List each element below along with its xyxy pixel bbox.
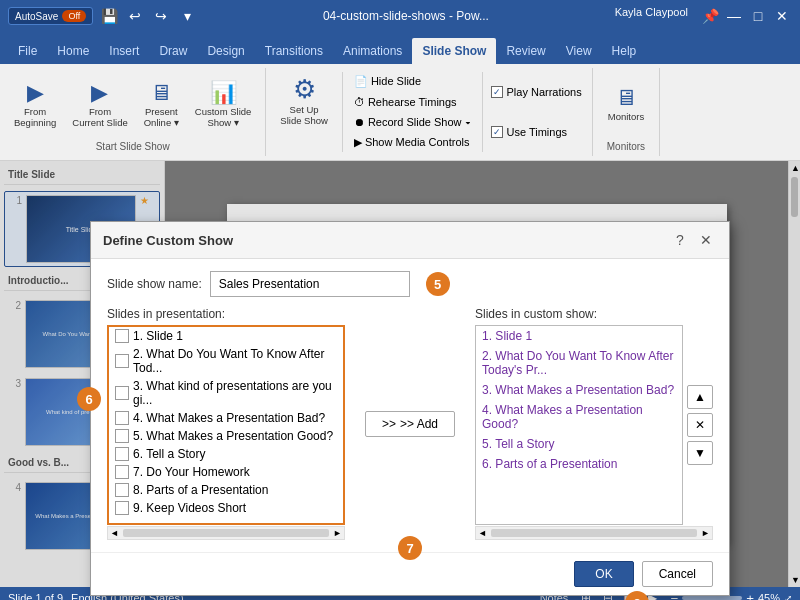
title-bar-user: Kayla Claypool [615, 6, 688, 26]
more-button[interactable]: ▾ [177, 6, 197, 26]
undo-button[interactable]: ↩ [125, 6, 145, 26]
tab-review[interactable]: Review [496, 38, 555, 64]
close-button[interactable]: ✕ [772, 6, 792, 26]
badge-6: 6 [77, 387, 101, 411]
list-text-8: 8. Parts of a Presentation [133, 483, 268, 497]
list-item-8[interactable]: 8. Parts of a Presentation [109, 481, 343, 499]
tab-home[interactable]: Home [47, 38, 99, 64]
custom-item-5[interactable]: 5. Tell a Story [476, 434, 682, 454]
badge-7: 7 [398, 536, 422, 560]
left-scroll-right[interactable]: ► [331, 528, 344, 538]
record-slide-show-button[interactable]: ⏺ Record Slide Show ▾ [349, 113, 476, 131]
list-item-3[interactable]: 3. What kind of presentations are you gi… [109, 377, 343, 409]
list-item-5[interactable]: 5. What Makes a Presentation Good? [109, 427, 343, 445]
custom-item-3[interactable]: 3. What Makes a Presentation Bad? [476, 380, 682, 400]
redo-button[interactable]: ↪ [151, 6, 171, 26]
badge-5: 5 [426, 272, 450, 296]
list-check-9[interactable] [115, 501, 129, 515]
ribbon-display-button[interactable]: 📌 [700, 6, 720, 26]
list-check-1[interactable] [115, 329, 129, 343]
list-check-5[interactable] [115, 429, 129, 443]
tab-animations[interactable]: Animations [333, 38, 412, 64]
list-check-8[interactable] [115, 483, 129, 497]
dialog-panels: 6 Slides in presentation: 1. Slide 1 2. … [107, 307, 713, 540]
play-narrations-label: Play Narrations [507, 86, 582, 98]
zoom-in-button[interactable]: + [746, 591, 754, 601]
slides-list[interactable]: 1. Slide 1 2. What Do You Want To Know A… [107, 325, 345, 525]
show-media-controls-button[interactable]: ▶ Show Media Controls [349, 133, 476, 152]
use-timings-check[interactable]: ✓ Use Timings [489, 125, 584, 139]
ok-button[interactable]: OK [574, 561, 633, 587]
list-check-3[interactable] [115, 386, 129, 400]
custom-item-2[interactable]: 2. What Do You Want To Know After Today'… [476, 346, 682, 380]
title-bar-filename: 04-custom-slide-shows - Pow... [197, 9, 614, 23]
record-slide-show-label: ⏺ Record Slide Show ▾ [354, 116, 471, 128]
hide-slide-button[interactable]: 📄 Hide Slide [349, 72, 476, 91]
minimize-button[interactable]: — [724, 6, 744, 26]
tab-insert[interactable]: Insert [99, 38, 149, 64]
right-scroll-left[interactable]: ◄ [476, 528, 489, 538]
tab-help[interactable]: Help [602, 38, 647, 64]
slide-show-name-input[interactable] [210, 271, 410, 297]
from-beginning-button[interactable]: ▶ FromBeginning [8, 78, 62, 132]
tab-transitions[interactable]: Transitions [255, 38, 333, 64]
list-item-7[interactable]: 7. Do Your Homework [109, 463, 343, 481]
autosave-toggle[interactable]: Off [62, 10, 86, 22]
left-hscroll-thumb[interactable] [123, 529, 329, 537]
show-media-controls-label: ▶ Show Media Controls [354, 136, 470, 149]
right-hscroll[interactable]: ◄ ► [475, 526, 713, 540]
save-button[interactable]: 💾 [99, 6, 119, 26]
dialog-close-button[interactable]: ✕ [695, 230, 717, 250]
custom-slide-show-button[interactable]: 📊 Custom SlideShow ▾ [189, 78, 258, 132]
tab-design[interactable]: Design [197, 38, 254, 64]
list-check-4[interactable] [115, 411, 129, 425]
custom-item-1[interactable]: 1. Slide 1 [476, 326, 682, 346]
monitors-label: Monitors [608, 111, 644, 122]
right-hscroll-thumb[interactable] [491, 529, 697, 537]
move-down-button[interactable]: ▼ [687, 441, 713, 465]
tab-slide-show[interactable]: Slide Show [412, 38, 496, 64]
custom-slides-list[interactable]: 1. Slide 1 2. What Do You Want To Know A… [475, 325, 683, 525]
right-scroll-right[interactable]: ► [699, 528, 712, 538]
list-text-9: 9. Keep Videos Short [133, 501, 246, 515]
monitors-button[interactable]: 🖥 Monitors [601, 82, 651, 127]
from-current-slide-button[interactable]: ▶ FromCurrent Slide [66, 78, 133, 132]
dialog-name-row: Slide show name: 5 [107, 271, 713, 297]
list-check-7[interactable] [115, 465, 129, 479]
remove-button[interactable]: ✕ [687, 413, 713, 437]
left-scroll-left[interactable]: ◄ [108, 528, 121, 538]
dialog-title-bar: Define Custom Show ? ✕ [91, 222, 729, 259]
setup-label: Set UpSlide Show [280, 104, 328, 126]
tab-draw[interactable]: Draw [149, 38, 197, 64]
list-check-6[interactable] [115, 447, 129, 461]
play-narrations-check[interactable]: ✓ Play Narrations [489, 85, 584, 99]
list-item-2[interactable]: 2. What Do You Want To Know After Tod... [109, 345, 343, 377]
add-button[interactable]: >> >> Add [365, 411, 455, 437]
list-text-4: 4. What Makes a Presentation Bad? [133, 411, 325, 425]
custom-item-4[interactable]: 4. What Makes a Presentation Good? [476, 400, 682, 434]
custom-item-6[interactable]: 6. Parts of a Presentation [476, 454, 682, 474]
cancel-button[interactable]: Cancel [642, 561, 713, 587]
list-item-4[interactable]: 4. What Makes a Presentation Bad? [109, 409, 343, 427]
fit-slide-button[interactable]: ⤢ [784, 593, 792, 601]
present-online-button[interactable]: 🖥 PresentOnline ▾ [138, 78, 185, 132]
rehearse-timings-button[interactable]: ⏱ Rehearse Timings [349, 93, 476, 111]
list-check-2[interactable] [115, 354, 129, 368]
dialog-help-button[interactable]: ? [669, 230, 691, 250]
list-item-9[interactable]: 9. Keep Videos Short [109, 499, 343, 517]
dialog-title-buttons: ? ✕ [669, 230, 717, 250]
tab-view[interactable]: View [556, 38, 602, 64]
list-text-6: 6. Tell a Story [133, 447, 205, 461]
list-text-3: 3. What kind of presentations are you gi… [133, 379, 337, 407]
maximize-button[interactable]: □ [748, 6, 768, 26]
left-hscroll[interactable]: ◄ ► [107, 526, 345, 540]
move-up-button[interactable]: ▲ [687, 385, 713, 409]
zoom-slider[interactable] [682, 596, 742, 600]
setup-slide-show-button[interactable]: ⚙ Set UpSlide Show [274, 72, 334, 132]
list-item-6[interactable]: 6. Tell a Story [109, 445, 343, 463]
add-button-area: 7 >> >> Add [357, 307, 463, 540]
list-item-1[interactable]: 1. Slide 1 [109, 327, 343, 345]
tab-file[interactable]: File [8, 38, 47, 64]
dialog-overlay: Define Custom Show ? ✕ Slide show name: … [0, 161, 800, 587]
name-label: Slide show name: [107, 277, 202, 291]
